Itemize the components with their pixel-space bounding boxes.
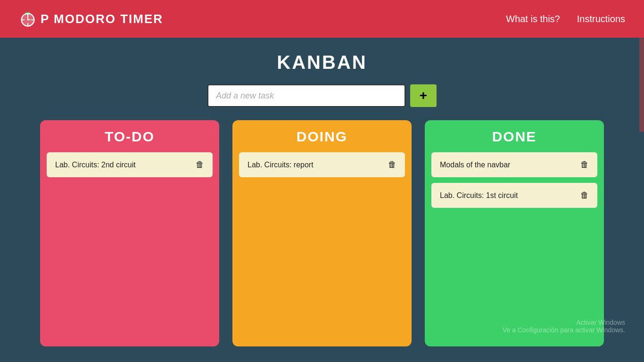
add-task-input[interactable] <box>207 84 405 107</box>
brand-text: P MODORO TIMER <box>41 12 163 26</box>
what-is-this-link[interactable]: What is this? <box>506 14 560 25</box>
col-todo: TO-DO Lab. Circuits: 2nd circuit 🗑 <box>40 120 219 346</box>
task-text: Modals of the navbar <box>440 161 578 169</box>
delete-task-button[interactable]: 🗑 <box>578 189 591 201</box>
tomato-icon <box>19 10 37 28</box>
table-row: Lab. Circuits: 2nd circuit 🗑 <box>47 152 213 177</box>
main-content: KANBAN + TO-DO Lab. Circuits: 2nd circui… <box>0 38 644 361</box>
navbar: P MODORO TIMER What is this? Instruction… <box>0 0 644 38</box>
delete-task-button[interactable]: 🗑 <box>194 159 206 171</box>
add-task-row: + <box>19 84 625 107</box>
scrollbar[interactable] <box>639 38 644 132</box>
col-done-tasks: Modals of the navbar 🗑 Lab. Circuits: 1s… <box>425 152 604 208</box>
brand-logo: P MODORO TIMER <box>19 10 163 28</box>
task-text: Lab. Circuits: report <box>248 161 386 169</box>
task-text: Lab. Circuits: 1st circuit <box>440 191 578 200</box>
col-done: DONE Modals of the navbar 🗑 Lab. Circuit… <box>425 120 604 346</box>
delete-task-button[interactable]: 🗑 <box>386 159 398 171</box>
svg-point-10 <box>27 19 29 20</box>
col-doing: DOING Lab. Circuits: report 🗑 <box>232 120 412 346</box>
add-task-button[interactable]: + <box>410 84 437 107</box>
instructions-link[interactable]: Instructions <box>577 14 625 25</box>
col-doing-tasks: Lab. Circuits: report 🗑 <box>232 152 412 177</box>
navbar-links: What is this? Instructions <box>506 14 625 25</box>
table-row: Lab. Circuits: 1st circuit 🗑 <box>431 183 597 208</box>
kanban-title: KANBAN <box>19 52 625 73</box>
table-row: Lab. Circuits: report 🗑 <box>239 152 405 177</box>
table-row: Modals of the navbar 🗑 <box>431 152 597 177</box>
col-todo-tasks: Lab. Circuits: 2nd circuit 🗑 <box>40 152 219 177</box>
kanban-columns: TO-DO Lab. Circuits: 2nd circuit 🗑 DOING… <box>19 120 625 346</box>
col-done-header: DONE <box>425 120 604 152</box>
delete-task-button[interactable]: 🗑 <box>578 159 591 171</box>
col-doing-header: DOING <box>232 120 412 152</box>
task-text: Lab. Circuits: 2nd circuit <box>55 161 194 169</box>
col-todo-header: TO-DO <box>40 120 219 152</box>
